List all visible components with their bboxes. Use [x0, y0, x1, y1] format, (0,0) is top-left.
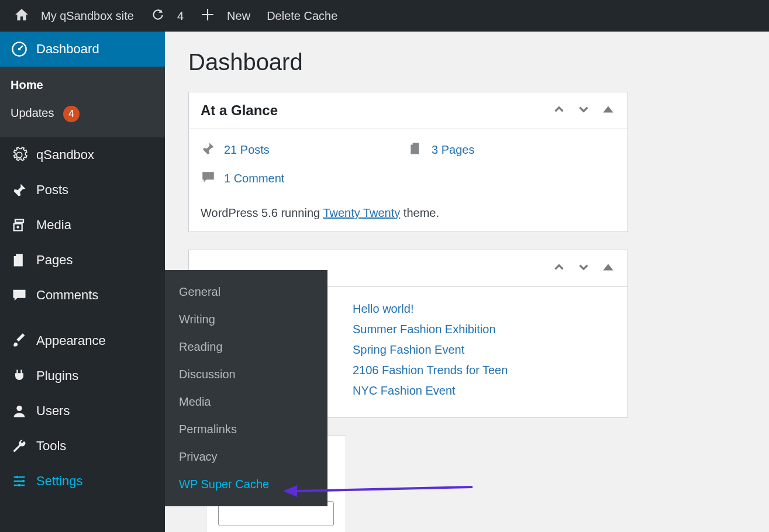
- toggle-icon[interactable]: [601, 260, 616, 277]
- activity-link[interactable]: NYC Fashion Event: [353, 384, 456, 397]
- pages-icon: [11, 252, 28, 268]
- comment-icon: [201, 170, 216, 188]
- plus-icon: [200, 7, 221, 25]
- menu-users[interactable]: Users: [0, 393, 165, 429]
- settings-flyout: General Writing Reading Discussion Media…: [165, 270, 327, 506]
- activity-link[interactable]: Spring Fashion Event: [353, 343, 464, 356]
- menu-plugins[interactable]: Plugins: [0, 358, 165, 393]
- page-title: Dashboard: [188, 49, 769, 75]
- flyout-media[interactable]: Media: [165, 388, 327, 416]
- sliders-icon: [11, 473, 28, 489]
- glance-pages[interactable]: 3 Pages: [408, 141, 616, 159]
- flyout-writing[interactable]: Writing: [165, 306, 327, 333]
- flyout-permalinks[interactable]: Permalinks: [165, 416, 327, 443]
- toolbar-updates[interactable]: 4: [142, 0, 192, 32]
- svg-line-7: [294, 487, 473, 491]
- box-title: At a Glance: [201, 102, 542, 119]
- svg-point-2: [16, 226, 19, 229]
- svg-marker-8: [283, 485, 297, 497]
- svg-point-5: [22, 480, 25, 483]
- gear-icon: [11, 147, 28, 163]
- submenu-home[interactable]: Home: [0, 71, 165, 99]
- theme-link[interactable]: Twenty Twenty: [323, 206, 400, 219]
- brush-icon: [11, 333, 28, 349]
- home-icon: [14, 7, 35, 25]
- menu-posts[interactable]: Posts: [0, 172, 165, 208]
- flyout-general[interactable]: General: [165, 278, 327, 306]
- plug-icon: [11, 368, 28, 384]
- move-up-icon[interactable]: [551, 260, 567, 277]
- activity-link[interactable]: 2106 Fashion Trends for Teen: [353, 364, 508, 376]
- pin-icon: [11, 182, 28, 198]
- user-icon: [11, 403, 28, 419]
- toolbar-new[interactable]: New: [192, 0, 258, 32]
- submenu-updates[interactable]: Updates 4: [0, 99, 165, 129]
- move-up-icon[interactable]: [551, 102, 567, 119]
- move-down-icon[interactable]: [576, 260, 591, 277]
- flyout-privacy[interactable]: Privacy: [165, 443, 327, 471]
- move-down-icon[interactable]: [576, 102, 591, 119]
- toolbar-site-name: My qSandbox site: [41, 9, 134, 23]
- flyout-reading[interactable]: Reading: [165, 333, 327, 361]
- toggle-icon[interactable]: [601, 102, 616, 119]
- toolbar-new-label: New: [227, 9, 250, 23]
- menu-qsandbox[interactable]: qSandbox: [0, 137, 165, 172]
- svg-point-4: [16, 476, 19, 479]
- menu-settings[interactable]: Settings: [0, 464, 165, 499]
- wp-version-text: WordPress 5.6 running: [201, 206, 323, 219]
- refresh-icon: [150, 7, 171, 25]
- menu-dashboard[interactable]: Dashboard: [0, 32, 165, 67]
- media-icon: [11, 217, 28, 233]
- comment-icon: [11, 287, 28, 303]
- annotation-arrow: [280, 478, 478, 507]
- updates-badge: 4: [63, 106, 80, 122]
- svg-point-6: [18, 484, 21, 487]
- menu-pages[interactable]: Pages: [0, 243, 165, 278]
- admin-toolbar: My qSandbox site 4 New Delete Cache: [0, 0, 769, 32]
- menu-media[interactable]: Media: [0, 208, 165, 243]
- glance-comments[interactable]: 1 Comment: [201, 170, 616, 188]
- menu-tools[interactable]: Tools: [0, 429, 165, 464]
- pages-icon: [408, 141, 423, 159]
- toolbar-site-link[interactable]: My qSandbox site: [6, 0, 142, 32]
- admin-sidebar: Dashboard Home Updates 4 qSandbox Posts …: [0, 32, 165, 532]
- svg-point-1: [18, 48, 21, 51]
- box-header: At a Glance: [189, 92, 627, 129]
- dashboard-icon: [11, 41, 28, 57]
- toolbar-delete-cache[interactable]: Delete Cache: [258, 0, 346, 32]
- at-a-glance-box: At a Glance 21 Posts 3 Pages: [188, 92, 628, 232]
- menu-comments[interactable]: Comments: [0, 278, 165, 313]
- glance-posts[interactable]: 21 Posts: [201, 141, 408, 159]
- activity-link[interactable]: Hello world!: [353, 302, 413, 315]
- submenu-dashboard: Home Updates 4: [0, 67, 165, 137]
- wrench-icon: [11, 438, 28, 454]
- pin-icon: [201, 141, 216, 159]
- menu-appearance[interactable]: Appearance: [0, 323, 165, 358]
- activity-link[interactable]: Summer Fashion Exhibition: [353, 323, 496, 336]
- flyout-discussion[interactable]: Discussion: [165, 361, 327, 388]
- svg-point-3: [16, 406, 22, 411]
- toolbar-updates-count: 4: [177, 9, 184, 23]
